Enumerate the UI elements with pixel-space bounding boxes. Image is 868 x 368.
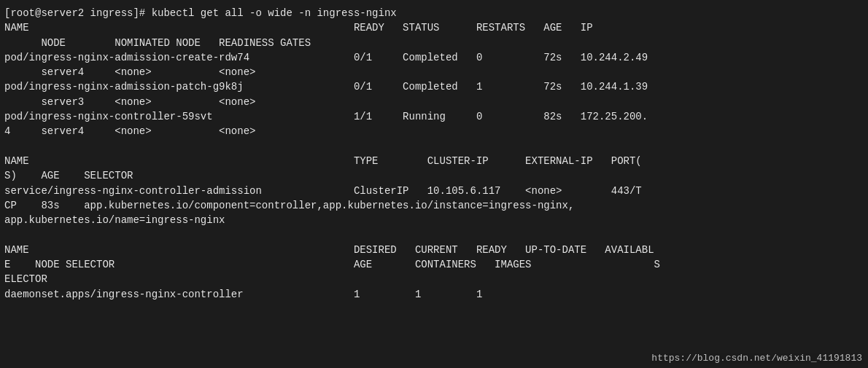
terminal-output: [root@server2 ingress]# kubectl get all …	[4, 6, 864, 302]
terminal-window: [root@server2 ingress]# kubectl get all …	[0, 0, 868, 368]
watermark-text: https://blog.csdn.net/weixin_41191813	[650, 353, 864, 364]
